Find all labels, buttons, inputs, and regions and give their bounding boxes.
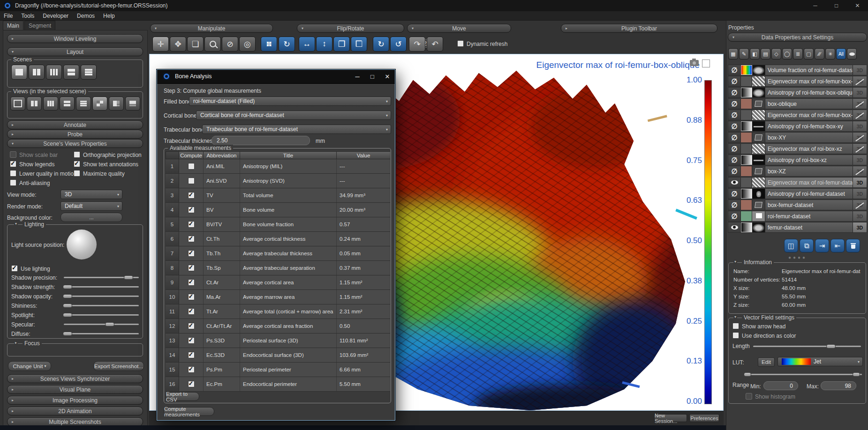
badge-3d[interactable]: 3D <box>853 189 867 199</box>
badge-3d[interactable]: 3D <box>853 222 867 232</box>
visibility-toggle[interactable] <box>728 110 741 120</box>
header-compute[interactable]: Compute <box>179 151 204 159</box>
badge-3d[interactable]: 3D <box>853 88 867 97</box>
dataset-item[interactable]: box-femur-dataset3D <box>728 200 867 210</box>
visibility-toggle[interactable] <box>728 189 741 199</box>
badge-3d[interactable]: 3D <box>853 133 867 142</box>
show-3d-button[interactable]: ◫ <box>784 239 798 252</box>
snapshot-camera-icon[interactable] <box>690 60 699 66</box>
lut-swatch[interactable] <box>741 65 752 75</box>
mesh-filter-button[interactable]: ◇ <box>771 48 781 59</box>
slider-handle[interactable] <box>63 304 72 308</box>
compute-checkbox[interactable] <box>188 265 195 271</box>
checkbox[interactable] <box>74 170 80 177</box>
header-abbreviation[interactable]: Abbreviation <box>204 151 240 159</box>
orthographic-projection-checkbox[interactable]: Orthographic projection <box>74 151 142 158</box>
change-unit-button[interactable]: Change Unit ▾ <box>8 361 51 371</box>
lut-swatch[interactable] <box>741 121 752 131</box>
length-slider[interactable] <box>753 344 861 348</box>
box-filter-button[interactable]: ▢ <box>804 48 814 59</box>
vector-filter-button[interactable]: ∕∕∕ <box>815 48 824 59</box>
specular-slider[interactable] <box>64 322 139 326</box>
visibility-toggle[interactable] <box>728 222 741 232</box>
undo-rotate-button[interactable]: ↶ <box>427 37 443 52</box>
range-max-input[interactable] <box>821 381 856 390</box>
background-color-button[interactable]: ... <box>60 213 122 222</box>
dialog-maximize-button[interactable]: □ <box>365 70 380 83</box>
preferences-button[interactable]: Preferences <box>689 414 719 422</box>
rotate-cw-button[interactable]: ↻ <box>373 37 389 52</box>
dataset-item[interactable]: Eigenvector max of roi-box-xz3D <box>728 143 867 154</box>
export-screenshot-button[interactable]: Export Screenshot... <box>93 361 144 371</box>
filled-bone-select[interactable]: roi-femur-dataset (Filled)▾ <box>189 96 391 106</box>
view-layout-single-button[interactable] <box>10 96 25 111</box>
crosshair-tool-button[interactable]: ✛ <box>152 37 169 52</box>
scene-layout-single-button[interactable] <box>11 65 27 80</box>
diffuse-slider[interactable] <box>64 332 139 336</box>
header-value[interactable]: Value <box>337 151 390 159</box>
view-layout-2row-button[interactable] <box>60 96 75 111</box>
spotlight-slider[interactable] <box>64 313 139 317</box>
visibility-toggle[interactable] <box>728 121 741 131</box>
view-layout-3col-button[interactable] <box>43 96 58 111</box>
menu-demos[interactable]: Demos <box>77 13 95 19</box>
export-csv-button[interactable]: Export to CSV <box>166 392 199 401</box>
lut-swatch[interactable] <box>741 200 752 210</box>
compute-measurements-button[interactable]: Compute measurements <box>164 407 214 416</box>
lut-swatch[interactable] <box>741 88 752 97</box>
scene-layout-3col-button[interactable] <box>46 65 62 80</box>
scene-layout-2row-button[interactable] <box>63 65 79 80</box>
visibility-toggle[interactable] <box>728 211 741 221</box>
view-layout-2col-button[interactable] <box>27 96 42 111</box>
table-row[interactable]: 8Tb.SpAverage trabecular separation0.37 … <box>166 261 390 275</box>
dataset-item[interactable]: Anisotropy of roi-femur-box-oblique3D <box>728 87 867 98</box>
table-row[interactable]: 3TVTotal volume34.99 mm³ <box>166 188 390 203</box>
shadow-strength-slider[interactable] <box>64 285 139 289</box>
slider-handle[interactable] <box>826 344 836 348</box>
range-slider[interactable] <box>745 372 862 377</box>
toolbar-group-fliprotate[interactable]: ▾ Flip/Rotate <box>297 24 404 33</box>
panel-scene-views-properties[interactable]: ▾ Scene's Views Properties <box>7 139 143 148</box>
slices-tool-button[interactable]: ❏ <box>187 37 204 52</box>
table-row[interactable]: 6Ct.ThAverage cortical thickness0.24 mm <box>166 232 390 246</box>
delete-dataset-button[interactable] <box>846 239 860 252</box>
show-arrow-head-checkbox[interactable]: Show arrow head <box>732 323 785 330</box>
table-row[interactable]: 15Ps.PmPeriosteal perimeter6.66 mm <box>166 363 390 377</box>
table-row[interactable]: 5BV/TVBone volume fraction0.57 <box>166 217 390 232</box>
badge-3d[interactable]: 3D <box>853 99 867 109</box>
table-row[interactable]: 1Ani.MILAnisotropy (MIL)--- <box>166 159 390 174</box>
lut-swatch[interactable] <box>741 155 752 165</box>
data-properties-header[interactable]: ▾ Data Properties and Settings <box>728 33 867 42</box>
lower-quality-checkbox[interactable]: Lower quality in motion <box>10 170 77 177</box>
dialog-minimize-button[interactable]: ─ <box>350 70 365 83</box>
dynamic-refresh-checkbox[interactable]: Dynamic refresh <box>457 40 507 47</box>
badge-3d[interactable]: 3D <box>853 155 867 165</box>
badge-3d[interactable]: 3D <box>853 211 867 221</box>
dataset-item[interactable]: Anisotropy of roi-femur-box-xy3D <box>728 121 867 132</box>
badge-3d[interactable]: 3D <box>853 200 867 210</box>
compute-checkbox[interactable] <box>188 192 195 199</box>
compute-checkbox[interactable] <box>188 323 195 329</box>
tiles-filter-button[interactable]: ▤ <box>761 48 770 59</box>
checkbox[interactable] <box>746 393 752 400</box>
use-lighting-checkbox[interactable]: Use lighting <box>11 265 50 272</box>
checkbox[interactable] <box>732 332 739 339</box>
table-row[interactable]: 4BVBone volume20.00 mm³ <box>166 203 390 217</box>
panel-2d-animation[interactable]: ▸2D Animation <box>7 407 143 415</box>
show-scale-bar-checkbox[interactable]: Show scale bar <box>10 151 58 158</box>
trabecular-bone-select[interactable]: Trabecular bone of roi-femur-dataset▾ <box>202 125 391 134</box>
dataset-item[interactable]: Anisotropy of roi-femur-dataset3D <box>728 188 867 199</box>
show-histogram-checkbox[interactable]: Show histogram <box>746 393 795 400</box>
checkbox[interactable] <box>10 161 16 167</box>
anti-aliasing-checkbox[interactable]: Anti-aliasing <box>10 179 50 186</box>
compute-checkbox[interactable] <box>188 236 195 242</box>
table-row[interactable]: 11Tt.ArAverage total (cortical + marrow)… <box>166 304 390 319</box>
fit-view-button[interactable]: ✥ <box>261 37 277 52</box>
menu-file[interactable]: File <box>4 13 13 19</box>
badge-3d[interactable]: 3D <box>853 166 867 176</box>
target-tool-button[interactable]: ◎ <box>239 37 256 52</box>
free-rotate-button[interactable]: ↷ <box>409 37 425 52</box>
dataset-item[interactable]: box-XZ3D <box>728 166 867 177</box>
visibility-toggle[interactable] <box>728 200 741 210</box>
view-layout-mainbottom-button[interactable] <box>125 96 140 111</box>
